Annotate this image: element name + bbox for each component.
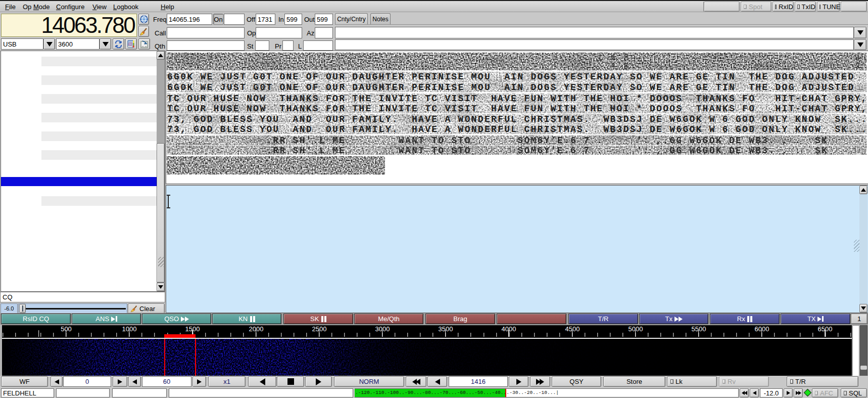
- svg-text:@: @: [128, 41, 132, 47]
